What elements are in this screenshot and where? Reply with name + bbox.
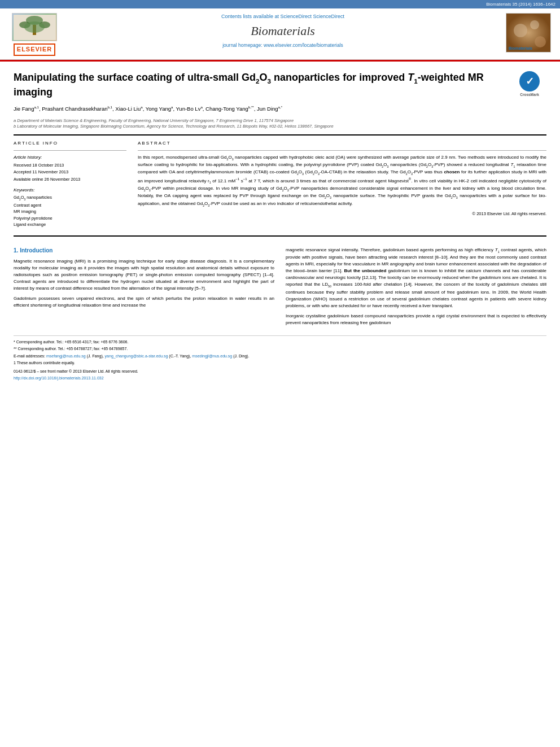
journal-reference-bar: Biomaterials 35 (2014) 1636–1642 <box>0 0 560 8</box>
heavy-divider <box>14 134 546 136</box>
crossmark-icon: ✓ <box>519 71 540 91</box>
intro-paragraph-1: Magnetic resonance imaging (MRI) is a pr… <box>14 258 274 309</box>
keyword-3: MR imaging <box>14 209 126 215</box>
article-title-container: Manipulating the surface coating of ultr… <box>14 71 546 99</box>
accepted-date: Accepted 11 November 2013 <box>14 169 126 176</box>
elsevier-logo-container: ELSEVIER <box>9 13 60 55</box>
abstract-col: ABSTRACT In this report, monodispersed u… <box>138 140 546 228</box>
elsevier-tree-graphic <box>14 15 56 40</box>
email-ctyang: yang_changung@sbic.a-star.edu.sg <box>105 354 168 358</box>
footnotes-section: * Corresponding author. Tel.: +65 6516 4… <box>14 335 546 382</box>
crossmark-logo: ✓ CrossMark <box>513 71 546 99</box>
divider1 <box>14 150 126 151</box>
svg-point-7 <box>514 24 527 37</box>
available-date: Available online 26 November 2013 <box>14 177 126 183</box>
copyright-text: © 2013 Elsevier Ltd. All rights reserved… <box>138 211 546 217</box>
abstract-text: In this report, monodispersed ultra-smal… <box>138 154 546 208</box>
body-right-col: magnetic resonance signal intensity. The… <box>286 247 546 330</box>
doi-line: http://dx.doi.org/10.1016/j.biomaterials… <box>14 375 546 382</box>
affiliation-b: b Laboratory of Molecular Imaging, Singa… <box>14 124 546 130</box>
journal-ref-text: Biomaterials 35 (2014) 1636–1642 <box>486 2 555 7</box>
sciencedirect-text: Contents lists available at ScienceDirec… <box>71 13 495 20</box>
footnote-star2: ** Corresponding author. Tel.: +65 64788… <box>14 346 546 352</box>
article-title-text: Manipulating the surface coating of ultr… <box>14 72 484 98</box>
body-left-col: 1. Introduction Magnetic resonance imagi… <box>14 247 274 330</box>
article-info-col: ARTICLE INFO Article history: Received 1… <box>14 140 126 228</box>
abstract-header: ABSTRACT <box>138 140 546 146</box>
keyword-4: Polyvinyl pyrrolidone <box>14 216 126 222</box>
journal-name: Biomaterials <box>71 23 495 40</box>
svg-point-9 <box>535 36 546 47</box>
svg-text:Biomaterials: Biomaterials <box>509 46 532 50</box>
received-date: Received 18 October 2013 <box>14 163 126 169</box>
introduction-section: 1. Introduction Magnetic resonance imagi… <box>14 247 546 330</box>
email-addresses: msefangj@nus.edu.sg <box>46 354 86 358</box>
keywords-label: Keywords: <box>14 187 126 193</box>
issn-line: 0142-9612/$ – see front matter © 2013 El… <box>14 369 546 375</box>
journal-center-info: Contents lists available at ScienceDirec… <box>60 13 506 49</box>
keyword-2: Contrast agent <box>14 203 126 209</box>
doi-link[interactable]: http://dx.doi.org/10.1016/j.biomaterials… <box>14 376 104 380</box>
journal-homepage: journal homepage: www.elsevier.com/locat… <box>71 42 495 49</box>
divider2 <box>138 150 546 151</box>
keyword-1: Gd2O3 nanoparticles <box>14 195 126 202</box>
footnote-equal: 1 These authors contribute equally. <box>14 360 546 366</box>
keyword-5: Ligand exchange <box>14 222 126 228</box>
footnote-star1: * Corresponding author. Tel.: +65 6516 4… <box>14 339 546 346</box>
footnote-emails: E-mail addresses: msefangj@nus.edu.sg (J… <box>14 353 546 360</box>
main-content: Manipulating the surface coating of ultr… <box>0 62 560 392</box>
elsevier-graphic <box>12 13 57 41</box>
svg-point-5 <box>24 21 45 33</box>
elsevier-text: ELSEVIER <box>14 43 55 55</box>
email-jding: msedingjl@nus.edu.sg <box>192 354 232 358</box>
heavy-divider-2 <box>14 235 546 237</box>
affiliation-a: a Department of Materials Science & Engi… <box>14 118 546 124</box>
email-label: E-mail addresses: <box>14 354 45 358</box>
article-info-abstract: ARTICLE INFO Article history: Received 1… <box>14 140 546 228</box>
authors-line: Jie Fanga,1, Prashant Chandrasekharanb,1… <box>14 104 546 113</box>
intro-section-title: 1. Introduction <box>14 247 274 255</box>
body-two-col: 1. Introduction Magnetic resonance imagi… <box>14 247 546 330</box>
article-info-header: ARTICLE INFO <box>14 140 126 146</box>
cover-graphic: Biomaterials <box>506 14 550 52</box>
crossmark-text: CrossMark <box>520 93 539 98</box>
history-label: Article history: <box>14 154 126 160</box>
journal-header: ELSEVIER Contents lists available at Sci… <box>0 8 560 59</box>
svg-point-8 <box>530 20 539 29</box>
biomaterials-cover-image: Biomaterials <box>506 13 551 53</box>
affiliations: a Department of Materials Science & Engi… <box>14 118 546 130</box>
intro-right-text: magnetic resonance signal intensity. The… <box>286 247 546 326</box>
